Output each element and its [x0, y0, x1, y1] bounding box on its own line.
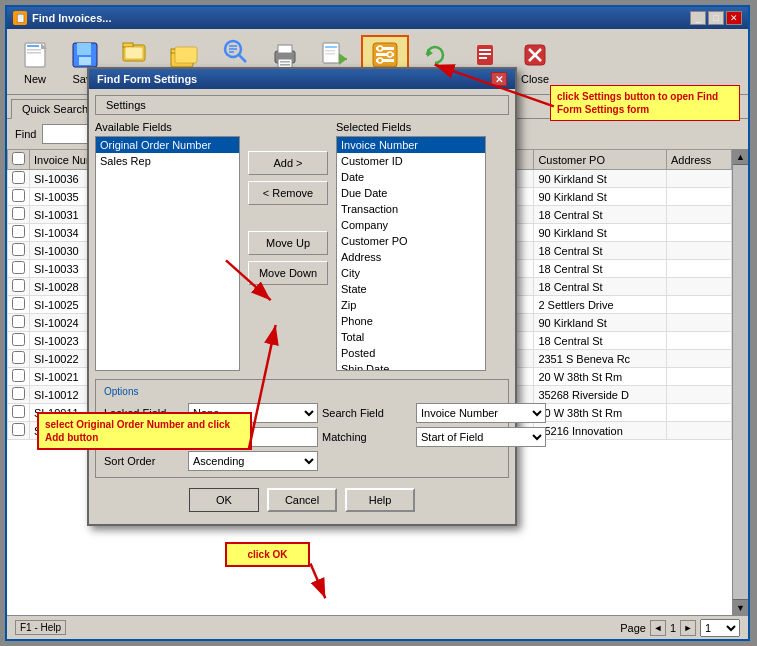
available-fields-list[interactable]: Original Order Number Sales Rep [95, 136, 240, 371]
options-title: Options [104, 386, 500, 397]
selected-field-invoice[interactable]: Invoice Number [337, 137, 485, 153]
dialog-ok-button[interactable]: OK [189, 488, 259, 512]
selected-field-customerpo[interactable]: Customer PO [337, 233, 485, 249]
move-up-button[interactable]: Move Up [248, 231, 328, 255]
move-down-button[interactable]: Move Down [248, 261, 328, 285]
find-form-settings-dialog: Find Form Settings ✕ Settings Available … [87, 67, 517, 526]
selected-field-posted[interactable]: Posted [337, 345, 485, 361]
sort-order-select[interactable]: Ascending [188, 451, 318, 471]
dialog-footer: OK Cancel Help [95, 482, 509, 518]
available-fields-group: Available Fields Original Order Number S… [95, 121, 240, 371]
dialog-content: Settings Available Fields Original Order… [89, 89, 515, 524]
select-annotation: select Original Order Number and click A… [37, 412, 252, 450]
ok-annotation: click OK [225, 542, 310, 567]
selected-field-date[interactable]: Date [337, 169, 485, 185]
add-remove-buttons: Add > < Remove Move Up Move Down [248, 121, 328, 371]
add-button[interactable]: Add > [248, 151, 328, 175]
selected-fields-label: Selected Fields [336, 121, 486, 133]
modal-overlay: select Original Order Number and click A… [7, 7, 748, 639]
matching-opt-select[interactable]: Start of Field [416, 427, 546, 447]
dialog-settings-tab[interactable]: Settings [95, 95, 509, 115]
selected-field-duedate[interactable]: Due Date [337, 185, 485, 201]
selected-field-shipdate[interactable]: Ship Date [337, 361, 485, 371]
fields-section: Available Fields Original Order Number S… [95, 121, 509, 371]
available-fields-label: Available Fields [95, 121, 240, 133]
selected-field-state[interactable]: State [337, 281, 485, 297]
search-field-select[interactable]: Invoice Number [416, 403, 546, 423]
main-window: 📋 Find Invoices... _ □ ✕ New Save Open [5, 5, 750, 641]
selected-field-city[interactable]: City [337, 265, 485, 281]
matching-opt-label: Matching [322, 431, 412, 443]
selected-field-zip[interactable]: Zip [337, 297, 485, 313]
selected-fields-group: Selected Fields Invoice Number Customer … [336, 121, 486, 371]
remove-button[interactable]: < Remove [248, 181, 328, 205]
available-field-sales-rep[interactable]: Sales Rep [96, 153, 239, 169]
selected-field-total[interactable]: Total [337, 329, 485, 345]
dialog-title-bar: Find Form Settings ✕ [89, 69, 515, 89]
selected-field-address[interactable]: Address [337, 249, 485, 265]
search-field-label: Search Field [322, 407, 412, 419]
dialog-help-button[interactable]: Help [345, 488, 415, 512]
dialog-close-button[interactable]: ✕ [491, 72, 507, 86]
dialog-title-text: Find Form Settings [97, 73, 197, 85]
selected-field-company[interactable]: Company [337, 217, 485, 233]
selected-field-phone[interactable]: Phone [337, 313, 485, 329]
available-field-original-order[interactable]: Original Order Number [96, 137, 239, 153]
selected-field-transaction[interactable]: Transaction [337, 201, 485, 217]
selected-field-customerid[interactable]: Customer ID [337, 153, 485, 169]
sort-order-label: Sort Order [104, 455, 184, 467]
dialog-cancel-button[interactable]: Cancel [267, 488, 337, 512]
selected-fields-list[interactable]: Invoice Number Customer ID Date Due Date… [336, 136, 486, 371]
